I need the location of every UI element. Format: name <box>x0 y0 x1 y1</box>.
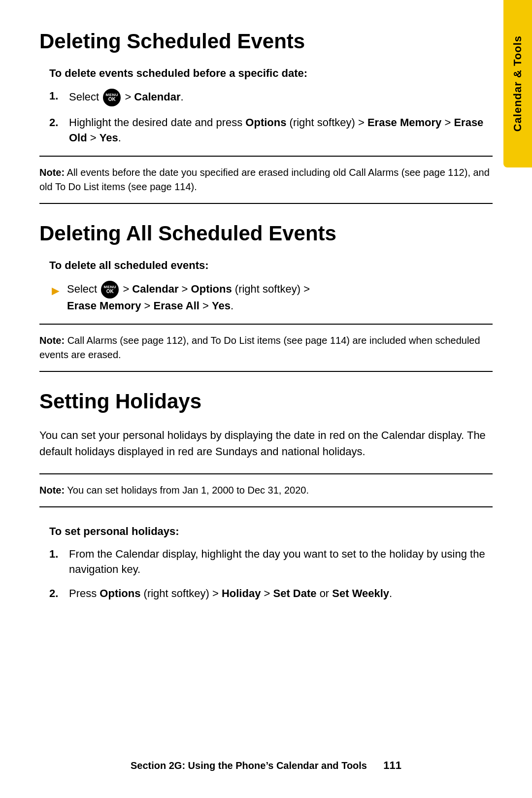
section-deleting-scheduled: Deleting Scheduled Events To delete even… <box>39 30 493 204</box>
section3-subheading: To set personal holidays: <box>49 525 493 538</box>
section-setting-holidays: Setting Holidays You can set your person… <box>39 390 493 601</box>
footer-page-number: 111 <box>383 759 401 771</box>
step-number: 2. <box>49 586 69 601</box>
side-tab-label: Calendar & Tools <box>511 35 524 132</box>
footer-section-label: Section 2G: Using the Phone’s Calendar a… <box>131 760 367 771</box>
page: Calendar & Tools Deleting Scheduled Even… <box>0 0 532 798</box>
section3-steps: 1. From the Calendar display, highlight … <box>49 547 493 601</box>
section1-note: Note: All events before the date you spe… <box>39 156 493 204</box>
step-1-2: 2. Highlight the desired date and press … <box>49 115 493 146</box>
section2-note: Note: Call Alarms (see page 112), and To… <box>39 324 493 372</box>
section3-note: Note: You can set holidays from Jan 1, 2… <box>39 473 493 507</box>
note-label: Note: <box>39 167 65 178</box>
step-3-1: 1. From the Calendar display, highlight … <box>49 547 493 577</box>
step-number: 2. <box>49 115 69 131</box>
footer: Section 2G: Using the Phone’s Calendar a… <box>0 758 532 773</box>
menu-icon: MENU OK <box>103 89 121 106</box>
arrow-item: ► Select MENU OK > Calendar > Options (r… <box>49 281 493 314</box>
section3-body: You can set your personal holidays by di… <box>39 427 493 460</box>
menu-icon: MENU OK <box>101 281 119 299</box>
note-text: Call Alarms (see page 112), and To Do Li… <box>39 335 480 360</box>
step-content: Highlight the desired date and press Opt… <box>69 115 493 146</box>
note-text: All events before the date you specified… <box>39 167 490 192</box>
section3-heading: Setting Holidays <box>39 390 493 413</box>
note-text: You can set holidays from Jan 1, 2000 to… <box>67 485 309 496</box>
side-tab: Calendar & Tools <box>503 0 532 167</box>
step-content: Press Options (right softkey) > Holiday … <box>69 586 493 601</box>
arrow-content: Select MENU OK > Calendar > Options (rig… <box>67 281 493 314</box>
section2-arrow-list: ► Select MENU OK > Calendar > Options (r… <box>49 281 493 314</box>
note-label: Note: <box>39 335 65 346</box>
section1-subheading: To delete events scheduled before a spec… <box>49 67 493 80</box>
arrow-icon: ► <box>49 282 67 299</box>
step-content: Select MENU OK > Calendar. <box>69 89 493 106</box>
section-deleting-all: Deleting All Scheduled Events To delete … <box>39 222 493 372</box>
section2-heading: Deleting All Scheduled Events <box>39 222 493 245</box>
section1-heading: Deleting Scheduled Events <box>39 30 493 53</box>
step-content: From the Calendar display, highlight the… <box>69 547 493 577</box>
note-label: Note: <box>39 485 65 496</box>
step-number: 1. <box>49 89 69 104</box>
step-3-2: 2. Press Options (right softkey) > Holid… <box>49 586 493 601</box>
step-1-1: 1. Select MENU OK > Calendar. <box>49 89 493 106</box>
section1-steps: 1. Select MENU OK > Calendar. 2. Highlig… <box>49 89 493 146</box>
step-number: 1. <box>49 547 69 562</box>
section2-subheading: To delete all scheduled events: <box>49 259 493 272</box>
